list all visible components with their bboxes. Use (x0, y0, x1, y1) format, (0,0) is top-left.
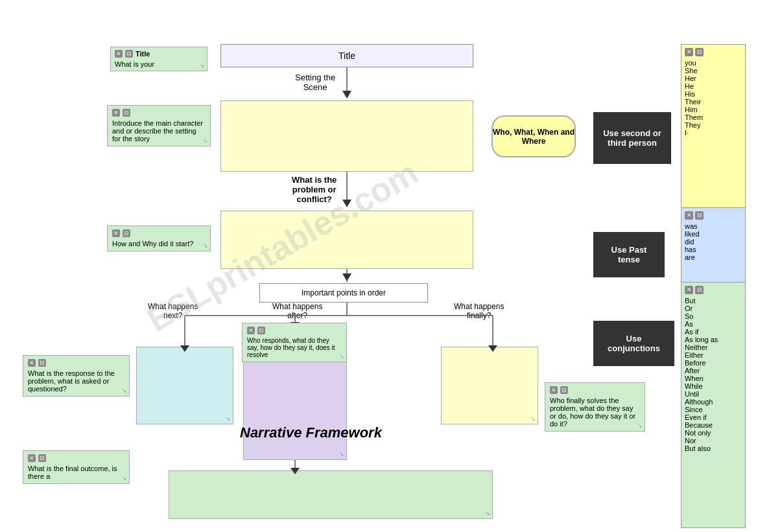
panel-minimize-y[interactable]: ⊟ (695, 48, 704, 56)
narrative-framework-title: Narrative Framework (240, 424, 382, 441)
finally-content-box: ↘ (441, 347, 538, 424)
setting-content-box (220, 100, 473, 172)
happens-next-label: What happensnext? (148, 302, 198, 320)
note-minimize-x1[interactable]: ⊟ (125, 50, 133, 58)
happens-after-label: What happensafter? (272, 302, 322, 320)
note-minimize-x5[interactable]: ⊟ (38, 454, 46, 462)
note-minimize-x6[interactable]: ⊟ (257, 327, 265, 334)
note-introduce[interactable]: ✕ ⊟ Introduce the main character and or … (107, 105, 211, 146)
note-close-x2[interactable]: ✕ (112, 109, 120, 117)
title-label: Title (338, 51, 355, 61)
problem-label: What is the problem or conflict? (292, 175, 337, 204)
note-title[interactable]: ✕ ⊟ Title What is your ↘ (110, 47, 207, 71)
note-close-x6[interactable]: ✕ (247, 327, 255, 334)
note-close-x7[interactable]: ✕ (550, 386, 558, 394)
note-who-responds[interactable]: ✕ ⊟ Who responds, what do they say, how … (242, 323, 347, 362)
panel-conjunction-list: ButOrSoAsAs ifAs long asNeitherEitherBef… (685, 297, 742, 452)
happens-finally-label: What happensfinally? (454, 302, 504, 320)
note-minimize-x4[interactable]: ⊟ (38, 359, 46, 367)
svg-marker-13 (342, 91, 351, 98)
note-how[interactable]: ✕ ⊟ How and Why did it start? ↘ (107, 226, 211, 251)
panel-close-b[interactable]: ✕ (685, 211, 693, 220)
panel-minimize-b[interactable]: ⊟ (695, 211, 704, 220)
panel-tense: ✕ ⊟ waslikeddidhasare (681, 207, 746, 292)
panel-tense-list: waslikeddidhasare (685, 222, 742, 261)
note-response[interactable]: ✕ ⊟ What is the response to the problem,… (23, 355, 130, 397)
note-close-x3[interactable]: ✕ (112, 229, 120, 237)
panel-pronoun-list: youSheHerHeHisTheirHimThemTheyI· (685, 59, 742, 137)
note-minimize-x3[interactable]: ⊟ (123, 229, 130, 237)
note-close-x5[interactable]: ✕ (28, 454, 36, 462)
svg-marker-14 (342, 200, 351, 207)
dark-box-conjunctions: Use conjunctions (593, 321, 674, 366)
title-center-box: Title (220, 44, 473, 67)
next-content-box: ↘ (136, 347, 233, 424)
dark-box-tense: Use Past tense (593, 232, 665, 277)
cloud-who-what: Who, What, When and Where (492, 115, 576, 157)
panel-minimize-g[interactable]: ⊟ (695, 286, 704, 294)
note-close-x4[interactable]: ✕ (28, 359, 36, 367)
note-close-x1[interactable]: ✕ (115, 50, 123, 58)
important-points-box: Important points in order (259, 283, 428, 303)
conflict-content-box (220, 211, 473, 269)
panel-conjunctions: ✕ ⊟ ButOrSoAsAs ifAs long asNeitherEithe… (681, 282, 746, 528)
dark-box-person: Use second or third person (593, 112, 671, 164)
note-minimize-x7[interactable]: ⊟ (560, 386, 568, 394)
panel-close-g[interactable]: ✕ (685, 286, 693, 294)
note-minimize-x2[interactable]: ⊟ (123, 109, 130, 117)
note-who-solves[interactable]: ✕ ⊟ Who finally solves the problem, what… (545, 382, 645, 432)
final-outcome-box: ↘ (169, 470, 493, 519)
panel-close-y[interactable]: ✕ (685, 48, 693, 56)
setting-scene-label: Setting the Scene (295, 73, 335, 92)
note-outcome[interactable]: ✕ ⊟ What is the final outcome, is there … (23, 450, 130, 484)
panel-pronouns: ✕ ⊟ youSheHerHeHisTheirHimThemTheyI· (681, 44, 746, 219)
svg-marker-15 (342, 273, 351, 281)
